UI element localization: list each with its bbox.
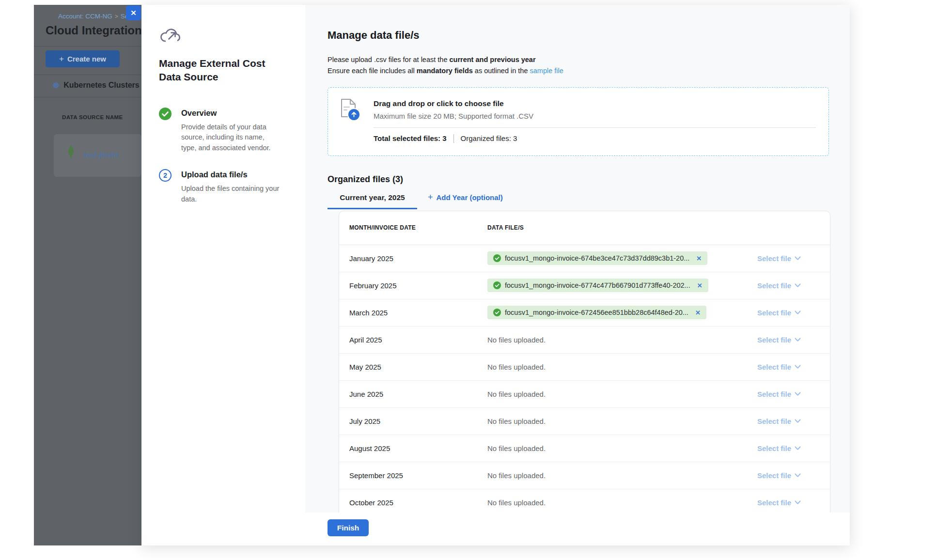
table-row: January 2025 focusv1_mongo-invoice-674be… (339, 245, 830, 272)
select-file-label: Select file (757, 444, 791, 452)
select-file-dropdown[interactable]: Select file (757, 281, 801, 290)
kubernetes-icon: ☸ (52, 81, 60, 90)
add-year-button[interactable]: + Add Year (optional) (428, 192, 503, 209)
select-file-label: Select file (757, 336, 791, 344)
select-file-dropdown[interactable]: Select file (757, 498, 801, 507)
select-file-label: Select file (757, 417, 791, 425)
select-file-label: Select file (757, 254, 791, 263)
table-header-row: MONTH/INVOICE DATE DATA FILE/S (339, 211, 830, 245)
month-label: March 2025 (349, 309, 487, 317)
organized-files-count: Organized files: 3 (461, 134, 517, 142)
table-row: August 2025 No files uploaded. Select fi… (339, 435, 830, 462)
no-files-text: No files uploaded. (487, 498, 546, 507)
step-complete-check-icon (159, 108, 172, 120)
table-row: March 2025 focusv1_mongo-invoice-672456e… (339, 299, 830, 327)
create-new-label: Create new (67, 55, 106, 63)
chevron-down-icon (795, 283, 801, 288)
data-source-link[interactable]: test-jbisht (84, 151, 119, 159)
table-row: July 2025 No files uploaded. Select file (339, 408, 830, 435)
plus-icon: + (59, 54, 64, 64)
finish-button[interactable]: Finish (328, 519, 369, 536)
breadcrumb-account-link[interactable]: Account: CCM-NG (58, 13, 112, 20)
file-chip-name: focusv1_mongo-invoice-6774c477b667901d77… (505, 281, 690, 289)
select-file-dropdown[interactable]: Select file (757, 309, 801, 317)
add-year-label: Add Year (optional) (437, 193, 503, 202)
file-chip-name: focusv1_mongo-invoice-674be3ce47c73d37dd… (505, 254, 689, 262)
no-files-text: No files uploaded. (487, 390, 546, 398)
chevron-down-icon (795, 500, 801, 505)
file-uploaded-check-icon (493, 254, 501, 262)
tab-kubernetes-clusters[interactable]: ☸ Kubernetes Clusters (52, 81, 140, 90)
upload-instructions: Please upload .csv files for at least th… (328, 54, 829, 77)
table-row: February 2025 focusv1_mongo-invoice-6774… (339, 272, 830, 299)
data-source-row[interactable]: test-jbisht (54, 134, 141, 177)
month-label: April 2025 (349, 336, 487, 344)
select-file-dropdown[interactable]: Select file (757, 390, 801, 398)
month-label: July 2025 (349, 417, 487, 425)
chevron-down-icon (795, 338, 801, 342)
file-chip: focusv1_mongo-invoice-674be3ce47c73d37dd… (487, 251, 707, 265)
plus-icon: + (428, 192, 433, 202)
step-overview-label: Overview (181, 109, 281, 118)
month-column-header: MONTH/INVOICE DATE (349, 224, 487, 231)
file-chip: focusv1_mongo-invoice-672456ee851bbb28c6… (487, 306, 706, 319)
month-label: June 2025 (349, 390, 487, 398)
no-files-text: No files uploaded. (487, 363, 546, 371)
breadcrumb-separator: > (115, 13, 118, 20)
create-new-button[interactable]: + Create new (46, 50, 120, 67)
chevron-down-icon (795, 419, 801, 423)
step-upload-data-files[interactable]: 2 Upload data file/s Upload the files co… (159, 169, 305, 205)
sample-file-link[interactable]: sample file (530, 67, 563, 75)
select-file-dropdown[interactable]: Select file (757, 336, 801, 344)
tab-current-year[interactable]: Current year, 2025 (328, 193, 417, 209)
month-table-body: January 2025 focusv1_mongo-invoice-674be… (339, 245, 830, 513)
table-row: September 2025 No files uploaded. Select… (339, 462, 830, 489)
file-uploaded-check-icon (493, 309, 501, 316)
upload-file-icon (341, 98, 362, 123)
select-file-dropdown[interactable]: Select file (757, 417, 801, 425)
upload-arrow-badge-icon (347, 108, 360, 121)
table-row: June 2025 No files uploaded. Select file (339, 381, 830, 408)
file-chip-name: focusv1_mongo-invoice-672456ee851bbb28c6… (505, 309, 688, 316)
wizard-steps-panel: Manage External Cost Data Source Overvie… (141, 5, 305, 513)
remove-file-icon[interactable]: ✕ (696, 255, 702, 262)
no-files-text: No files uploaded. (487, 417, 546, 425)
select-file-dropdown[interactable]: Select file (757, 254, 801, 263)
file-dropzone[interactable]: Drag and drop or click to choose file Ma… (328, 87, 829, 156)
mongodb-leaf-icon (67, 145, 75, 159)
chevron-down-icon (795, 446, 801, 451)
divider (34, 75, 141, 75)
panel-title: Manage data file/s (328, 29, 829, 42)
screen: Account: CCM-NG>Set Cloud Integration + … (0, 0, 937, 560)
remove-file-icon[interactable]: ✕ (697, 282, 703, 289)
month-label: May 2025 (349, 363, 487, 371)
select-file-dropdown[interactable]: Select file (757, 444, 801, 452)
select-file-dropdown[interactable]: Select file (757, 363, 801, 371)
breadcrumb[interactable]: Account: CCM-NG>Set (58, 13, 130, 20)
dropzone-subtitle: Maximum file size 20 MB; Supported forma… (374, 112, 533, 120)
file-uploaded-check-icon (493, 281, 501, 289)
step-overview[interactable]: Overview Provide details of your data so… (159, 108, 305, 154)
select-file-label: Select file (757, 390, 791, 398)
select-file-label: Select file (757, 498, 791, 507)
table-row: April 2025 No files uploaded. Select fil… (339, 327, 830, 354)
file-chip: focusv1_mongo-invoice-6774c477b667901d77… (487, 279, 708, 292)
divider (34, 97, 141, 97)
file-totals: Total selected files: 3 Organized files:… (374, 128, 816, 143)
close-icon[interactable]: ✕ (126, 5, 141, 20)
step-overview-description: Provide details of your data source, inc… (181, 122, 281, 154)
organized-files-heading: Organized files (3) (328, 174, 829, 185)
month-label: September 2025 (349, 471, 487, 480)
remove-file-icon[interactable]: ✕ (695, 309, 701, 316)
step-number-badge: 2 (159, 169, 172, 182)
select-file-dropdown[interactable]: Select file (757, 471, 801, 480)
instruction-line-1: Please upload .csv files for at least th… (328, 54, 829, 65)
select-file-label: Select file (757, 281, 791, 290)
cloud-export-icon (159, 27, 180, 45)
drawer-footer: Finish (141, 513, 850, 545)
no-files-text: No files uploaded. (487, 336, 546, 344)
dropzone-title: Drag and drop or click to choose file (374, 99, 533, 108)
chevron-down-icon (795, 392, 801, 396)
data-source-name-header: DATA SOURCE NAME (62, 114, 123, 120)
chevron-down-icon (795, 365, 801, 369)
